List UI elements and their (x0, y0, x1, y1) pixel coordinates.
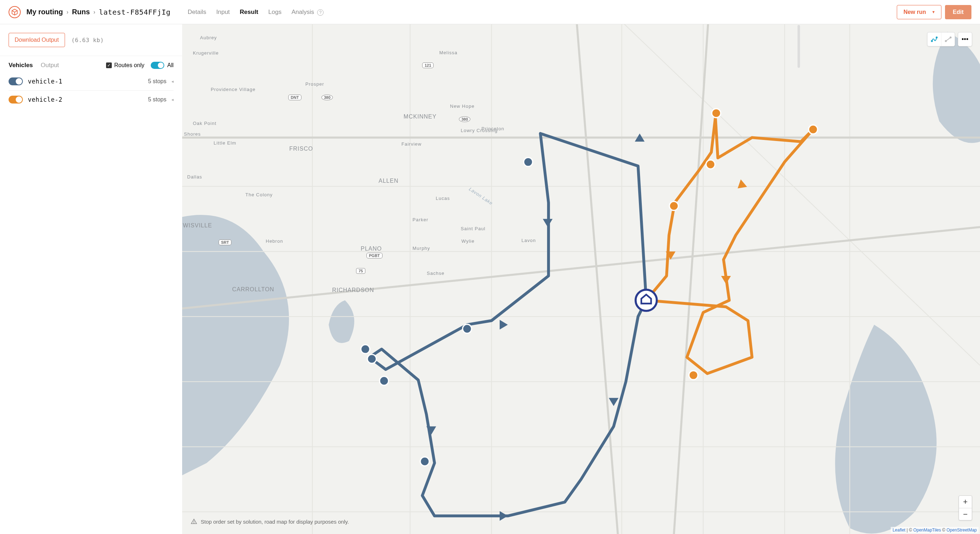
route-style-group (927, 32, 955, 46)
openstreetmap-link[interactable]: OpenStreetMap (947, 528, 977, 532)
vehicle-stops: 5 stops (148, 96, 166, 103)
svg-point-15 (950, 37, 951, 38)
download-row: Download Output (6.63 kb) (0, 24, 182, 56)
sidebar-subtabs: Vehicles Output (9, 62, 59, 69)
subtab-output[interactable]: Output (41, 62, 59, 69)
route-curved-button[interactable] (928, 32, 941, 46)
app-logo (9, 6, 21, 18)
toggle-switch-icon (151, 62, 164, 69)
header: My routing › Runs › latest-F854FFjIg Det… (0, 0, 980, 24)
vehicle-toggle[interactable] (9, 78, 23, 85)
all-toggle[interactable]: All (151, 62, 173, 69)
vehicle-toggle[interactable] (9, 96, 23, 103)
tab-details[interactable]: Details (188, 7, 207, 17)
svg-point-8 (808, 125, 818, 134)
vehicle-list: vehicle-1 5 stops ◂ vehicle-2 5 stops ◂ (0, 71, 182, 110)
download-output-button[interactable]: Download Output (9, 33, 65, 47)
vehicle-item: vehicle-2 5 stops ◂ (9, 91, 173, 108)
route-straight-icon (945, 36, 952, 43)
svg-point-11 (636, 290, 657, 311)
tab-result[interactable]: Result (240, 7, 258, 17)
openmaptiles-link[interactable]: OpenMapTiles (913, 528, 941, 532)
svg-point-13 (936, 37, 937, 38)
edit-button[interactable]: Edit (945, 5, 971, 19)
svg-point-12 (931, 40, 932, 41)
sidebar-filters: ✓ Routes only All (106, 62, 173, 69)
svg-point-7 (706, 160, 715, 169)
svg-point-3 (361, 345, 370, 354)
cube-icon (11, 9, 18, 16)
sidebar: Download Output (6.63 kb) Vehicles Outpu… (0, 24, 182, 534)
vehicle-name: vehicle-2 (28, 96, 62, 103)
map-more-group: ••• (958, 32, 972, 46)
svg-point-0 (523, 157, 533, 166)
checkmark-icon: ✓ (106, 62, 112, 68)
breadcrumb: My routing › Runs › latest-F854FFjIg (26, 8, 171, 16)
map-more-button[interactable]: ••• (958, 32, 972, 46)
more-icon: ••• (962, 36, 969, 43)
zoom-in-button[interactable]: + (959, 496, 972, 508)
warning-icon (191, 518, 197, 525)
vehicle-item: vehicle-1 5 stops ◂ (9, 73, 173, 91)
svg-point-10 (689, 370, 698, 380)
map-toolbar: ••• (927, 32, 972, 46)
tab-logs[interactable]: Logs (268, 7, 282, 17)
svg-point-2 (368, 354, 376, 363)
svg-point-14 (945, 40, 946, 41)
chevron-right-icon: › (94, 9, 95, 15)
sidebar-scrollbar[interactable] (797, 25, 800, 68)
collapse-caret-icon[interactable]: ◂ (172, 79, 173, 84)
svg-point-5 (420, 457, 429, 466)
subtab-vehicles[interactable]: Vehicles (9, 62, 33, 69)
tab-input[interactable]: Input (216, 7, 230, 17)
chevron-right-icon: › (67, 9, 68, 15)
route-straight-button[interactable] (941, 32, 955, 46)
map-attribution: Leaflet | © OpenMapTiles © OpenStreetMap (891, 527, 978, 533)
help-icon[interactable]: ? (317, 9, 324, 16)
svg-point-6 (712, 108, 721, 118)
vehicle-name: vehicle-1 (28, 78, 62, 85)
leaflet-link[interactable]: Leaflet (892, 528, 905, 532)
map-canvas[interactable]: Aubrey Krugerville Providence Village Pr… (182, 24, 980, 534)
header-actions: New run ▾ Edit (897, 5, 971, 19)
svg-point-4 (380, 376, 388, 385)
svg-point-9 (669, 201, 678, 210)
sidebar-subtabs-row: Vehicles Output ✓ Routes only All (0, 56, 182, 71)
vehicle-stops: 5 stops (148, 78, 166, 84)
tab-analysis[interactable]: Analysis ? (291, 7, 324, 17)
filesize-label: (6.63 kb) (72, 37, 104, 43)
zoom-out-button[interactable]: − (959, 508, 972, 520)
collapse-caret-icon[interactable]: ◂ (172, 97, 173, 102)
svg-point-1 (463, 324, 471, 334)
breadcrumb-root[interactable]: My routing (26, 8, 63, 16)
breadcrumb-runs[interactable]: Runs (72, 8, 90, 16)
routes-only-checkbox[interactable]: ✓ Routes only (106, 62, 145, 68)
zoom-controls: + − (959, 496, 972, 520)
map-disclaimer: Stop order set by solution, road map for… (191, 518, 349, 525)
header-tabs: Details Input Result Logs Analysis ? (188, 7, 324, 17)
breadcrumb-current: latest-F854FFjIg (99, 8, 171, 16)
svg-point-17 (194, 523, 194, 523)
chevron-down-icon: ▾ (932, 10, 935, 14)
route-curved-icon (931, 36, 938, 43)
map-svg (182, 24, 980, 534)
new-run-button[interactable]: New run ▾ (897, 5, 942, 19)
